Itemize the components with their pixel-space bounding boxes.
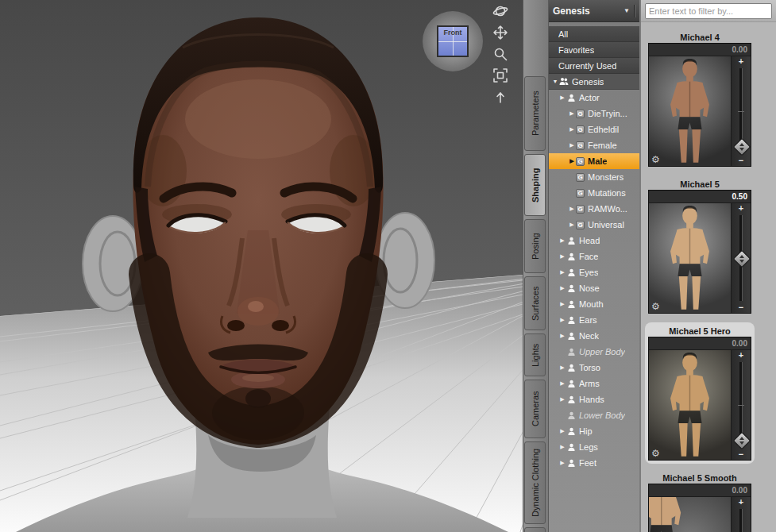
decrement-button[interactable]: − bbox=[739, 156, 743, 166]
morph-thumbnail[interactable] bbox=[649, 203, 731, 313]
tab-surfaces[interactable]: Surfaces bbox=[524, 276, 546, 330]
caret-right-icon[interactable]: ▶ bbox=[568, 206, 576, 212]
slider-handle[interactable] bbox=[733, 250, 751, 268]
group-icon bbox=[559, 77, 569, 87]
caret-right-icon[interactable]: ▶ bbox=[558, 237, 566, 244]
caret-right-icon[interactable]: ▶ bbox=[558, 380, 566, 387]
gear-icon[interactable]: ⚙ bbox=[651, 155, 660, 165]
morph-slider: 0.50 + − bbox=[648, 190, 751, 314]
morph-slider: 0.00 + − bbox=[648, 337, 751, 461]
tree-item-genesis[interactable]: ▼ Genesis bbox=[549, 74, 639, 90]
increment-button[interactable]: + bbox=[739, 203, 743, 214]
tree-item-currently-used[interactable]: Currently Used bbox=[549, 58, 639, 74]
caret-right-icon[interactable]: ▶ bbox=[568, 158, 576, 164]
side-tab-strip: Parameters Shaping Posing Surfaces Light… bbox=[523, 0, 548, 532]
tree-item-legs[interactable]: ▶ Legs bbox=[549, 439, 639, 455]
tree-item-lower-body[interactable]: Lower Body bbox=[549, 407, 639, 423]
tree-item-monsters[interactable]: G Monsters bbox=[549, 169, 639, 185]
tree-item-arms[interactable]: ▶ Arms bbox=[549, 376, 639, 391]
morph-thumbnail[interactable] bbox=[649, 56, 731, 166]
caret-right-icon[interactable]: ▶ bbox=[558, 428, 566, 434]
caret-right-icon[interactable]: ▶ bbox=[558, 269, 566, 276]
morph-value: 0.50 bbox=[732, 192, 747, 201]
caret-right-icon[interactable]: ▶ bbox=[558, 285, 566, 291]
tab-cameras[interactable]: Cameras bbox=[524, 380, 546, 438]
caret-right-icon[interactable]: ▶ bbox=[568, 126, 576, 133]
orbit-icon[interactable] bbox=[491, 2, 510, 21]
caret-right-icon[interactable]: ▶ bbox=[558, 364, 566, 371]
3d-viewport[interactable]: Front bbox=[0, 0, 523, 532]
tree-item-edheldil[interactable]: ▶ G Edheldil bbox=[549, 121, 639, 137]
tree-item-favorites[interactable]: Favorites bbox=[549, 42, 639, 58]
zoom-icon[interactable] bbox=[491, 44, 510, 64]
figure-selector[interactable]: Genesis ▼ bbox=[549, 0, 639, 22]
view-cube-label: Front bbox=[423, 29, 483, 37]
tree-item-neck[interactable]: ▶ Neck bbox=[549, 328, 639, 344]
tree-item-head[interactable]: ▶ Head bbox=[549, 233, 639, 249]
tree-item-mutations[interactable]: G Mutations bbox=[549, 185, 639, 201]
slider-handle[interactable] bbox=[733, 138, 751, 156]
decrement-button[interactable]: − bbox=[739, 449, 743, 460]
tab-lights[interactable]: Lights bbox=[524, 333, 546, 376]
slider-groove bbox=[739, 509, 743, 532]
tree-item-hip[interactable]: ▶ Hip bbox=[549, 423, 639, 439]
tree-item-dietryin[interactable]: ▶ G DieTryin... bbox=[549, 106, 639, 121]
caret-right-icon[interactable]: ▶ bbox=[568, 110, 576, 117]
morph-thumbnail[interactable] bbox=[649, 497, 731, 532]
tab-posing[interactable]: Posing bbox=[524, 219, 546, 273]
person-icon bbox=[566, 252, 576, 261]
arrow-up-icon[interactable] bbox=[491, 87, 510, 106]
caret-right-icon[interactable]: ▶ bbox=[558, 444, 566, 450]
gear-icon[interactable]: ⚙ bbox=[651, 449, 660, 459]
caret-down-icon[interactable]: ▼ bbox=[551, 79, 559, 84]
tree-item-actor[interactable]: ▶ Actor bbox=[549, 90, 639, 106]
morph-thumbnail[interactable] bbox=[649, 350, 731, 460]
tree-item-female[interactable]: ▶ G Female bbox=[549, 137, 639, 153]
tree-item-upper-body[interactable]: Upper Body bbox=[549, 344, 639, 360]
tab-puppeteer[interactable]: Puppeteer bbox=[524, 527, 546, 532]
decrement-button[interactable]: − bbox=[739, 303, 743, 313]
tree-item-eyes[interactable]: ▶ Eyes bbox=[549, 264, 639, 280]
slider-track[interactable] bbox=[732, 67, 751, 156]
caret-right-icon[interactable]: ▶ bbox=[558, 333, 566, 339]
tab-shaping[interactable]: Shaping bbox=[524, 154, 546, 216]
filter-input[interactable] bbox=[645, 3, 772, 19]
tree-item-male-selected[interactable]: ▶ G Male bbox=[549, 153, 639, 169]
slider-track[interactable] bbox=[732, 360, 751, 449]
caret-right-icon[interactable]: ▶ bbox=[558, 396, 566, 403]
tree-item-face[interactable]: ▶ Face bbox=[549, 249, 639, 264]
tree-item-mouth[interactable]: ▶ Mouth bbox=[549, 296, 639, 312]
genesis-figure-render bbox=[0, 0, 523, 532]
caret-right-icon[interactable]: ▶ bbox=[558, 301, 566, 307]
caret-right-icon[interactable]: ▶ bbox=[558, 94, 566, 101]
person-icon bbox=[566, 315, 576, 325]
tree-item-nose[interactable]: ▶ Nose bbox=[549, 280, 639, 296]
gear-icon[interactable]: ⚙ bbox=[651, 302, 660, 312]
caret-right-icon[interactable]: ▶ bbox=[568, 222, 576, 228]
caret-right-icon[interactable]: ▶ bbox=[558, 460, 566, 466]
caret-right-icon[interactable]: ▶ bbox=[558, 317, 566, 323]
slider-track[interactable] bbox=[732, 507, 751, 532]
slider-track[interactable] bbox=[732, 214, 751, 303]
frame-icon[interactable] bbox=[491, 66, 510, 85]
tree-item-hands[interactable]: ▶ Hands bbox=[549, 391, 639, 407]
morph-value: 0.00 bbox=[732, 339, 747, 348]
morph-name: Michael 4 bbox=[648, 32, 751, 43]
increment-button[interactable]: + bbox=[739, 497, 743, 507]
tree-item-ears[interactable]: ▶ Ears bbox=[549, 312, 639, 328]
pan-icon[interactable] bbox=[491, 23, 510, 42]
caret-right-icon[interactable]: ▶ bbox=[568, 142, 576, 148]
chevron-down-icon[interactable]: ▼ bbox=[624, 7, 630, 14]
increment-button[interactable]: + bbox=[739, 350, 743, 360]
tree-item-ramwo[interactable]: ▶ G RAMWo... bbox=[549, 201, 639, 217]
slider-handle[interactable] bbox=[733, 432, 751, 450]
tree-item-torso[interactable]: ▶ Torso bbox=[549, 360, 639, 376]
tree-item-all[interactable]: All bbox=[549, 26, 639, 42]
tab-dynamic-clothing[interactable]: Dynamic Clothing bbox=[524, 441, 546, 524]
view-cube[interactable]: Front bbox=[423, 11, 483, 71]
tree-item-universal[interactable]: ▶ G Universal bbox=[549, 217, 639, 233]
increment-button[interactable]: + bbox=[739, 56, 743, 67]
tree-item-feet[interactable]: ▶ Feet bbox=[549, 455, 639, 471]
tab-parameters[interactable]: Parameters bbox=[524, 76, 546, 151]
caret-right-icon[interactable]: ▶ bbox=[558, 253, 566, 260]
